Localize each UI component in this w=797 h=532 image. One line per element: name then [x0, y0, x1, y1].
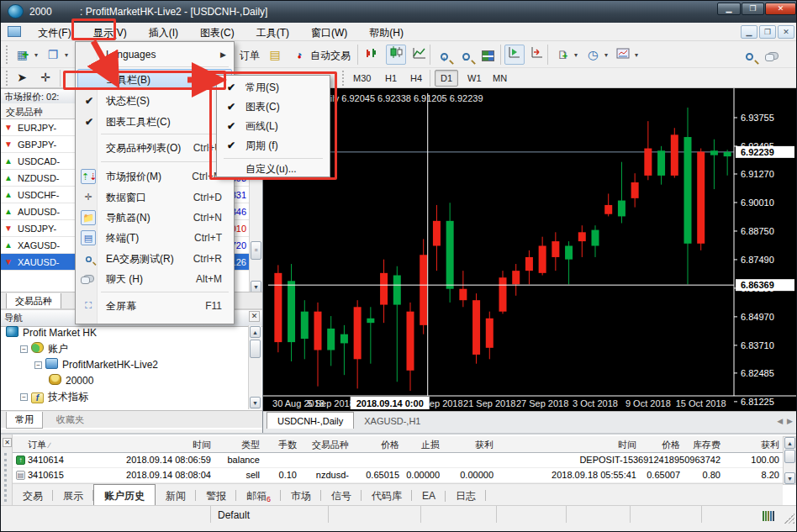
scrollbar-up-icon[interactable]: ▲: [250, 326, 261, 338]
search-icon[interactable]: [739, 45, 759, 65]
menubar-item-3[interactable]: 插入(I): [138, 23, 189, 41]
chart-tab-xagusd[interactable]: XAGUSD-,H1: [354, 413, 430, 429]
nav-tree-item[interactable]: −f技术指标: [3, 389, 248, 405]
autotrading-label[interactable]: 自动交易: [310, 49, 351, 63]
chart-area[interactable]: 6.937556.924956.912706.900106.887506.874…: [263, 88, 797, 411]
auto-scroll-icon[interactable]: [527, 45, 547, 65]
menubar-item-4[interactable]: 图表(C): [189, 23, 245, 41]
tab-symbols[interactable]: 交易品种: [6, 293, 61, 310]
resize-grip[interactable]: [784, 514, 794, 524]
tree-collapse-icon[interactable]: −: [20, 393, 28, 401]
navigator-scrollbar[interactable]: ▲ ▼: [248, 325, 261, 409]
tile-windows-icon[interactable]: [478, 45, 498, 65]
nav-tree-item[interactable]: −ProfitMarketHK-Live2: [3, 357, 248, 373]
restore-button[interactable]: ❐: [742, 3, 764, 15]
tree-collapse-icon[interactable]: −: [34, 361, 42, 369]
terminal-column-header[interactable]: 价格: [636, 439, 680, 451]
view-menu-item[interactable]: ▤终端(T)Ctrl+T: [77, 228, 232, 248]
terminal-column-header[interactable]: 获利: [440, 439, 494, 451]
minimize-button[interactable]: ▁: [717, 3, 741, 15]
close-button[interactable]: ✕: [765, 3, 796, 15]
status-profile[interactable]: Default: [211, 506, 329, 523]
toolbar-grip[interactable]: [6, 71, 9, 86]
terminal-tab-警报[interactable]: 警报: [196, 484, 236, 508]
period-button-h1[interactable]: H1: [379, 70, 403, 87]
period-button-m30[interactable]: M30: [347, 70, 377, 87]
mdi-close-button[interactable]: ✕: [778, 25, 794, 39]
terminal-table-header[interactable]: 订单 ∕时间类型手数交易品种价格止损获利时间价格库存费获利: [13, 436, 783, 453]
terminal-grip[interactable]: [4, 453, 7, 502]
view-menu-item[interactable]: 📁导航器(N)Ctrl+N: [77, 208, 232, 228]
scrollbar-thumb[interactable]: ≡: [251, 241, 261, 260]
zoom-out-icon[interactable]: [456, 45, 476, 65]
view-menu-item[interactable]: ✛数据窗口Ctrl+D: [77, 187, 232, 208]
view-menu-item[interactable]: Languages▶: [77, 45, 232, 65]
nav-tree-item[interactable]: −账户: [3, 341, 248, 357]
terminal-column-header[interactable]: 价格: [349, 439, 399, 451]
chart-tab-usdcnh[interactable]: USDCNH-,Daily: [267, 412, 354, 429]
terminal-tab-市场[interactable]: 市场: [281, 484, 321, 508]
terminal-tab-邮箱[interactable]: 邮箱6: [236, 484, 281, 508]
periods-clock-icon[interactable]: ◷: [583, 45, 603, 65]
nav-tree-item[interactable]: 20000: [3, 373, 248, 389]
terminal-column-header[interactable]: 手数: [260, 439, 297, 451]
scrollbar-thumb[interactable]: [784, 450, 795, 463]
terminal-row[interactable]: ↑34106142018.09.14 08:06:59balanceDEPOSI…: [13, 453, 783, 468]
new-chart-icon[interactable]: ▦+: [13, 45, 33, 65]
terminal-tab-信号[interactable]: 信号: [321, 484, 362, 508]
notepad-icon[interactable]: ▤: [265, 45, 285, 65]
chart-tab-scroll-icons[interactable]: ◀ ▶: [777, 417, 793, 425]
candlestick-chart-icon[interactable]: [386, 45, 406, 65]
terminal-tab-账户历史[interactable]: 账户历史: [93, 484, 156, 508]
nav-tree-item[interactable]: Profit Market HK: [3, 325, 248, 341]
mdi-restore-button[interactable]: ❐: [759, 25, 776, 39]
toolbar-grip[interactable]: [342, 71, 346, 86]
chart-shift-icon[interactable]: [504, 45, 525, 65]
terminal-tab-日志[interactable]: 日志: [446, 484, 486, 508]
chat-icon[interactable]: [763, 45, 783, 65]
navigator-close-icon[interactable]: ✕: [249, 311, 260, 322]
bar-chart-icon[interactable]: [362, 45, 383, 65]
terminal-column-header[interactable]: 时间: [495, 439, 636, 451]
periods-dropdown-icon[interactable]: ▾: [604, 51, 608, 59]
terminal-tab-代码库[interactable]: 代码库: [362, 484, 412, 508]
period-button-d1[interactable]: D1: [435, 70, 458, 87]
crosshair-icon[interactable]: ✛: [36, 69, 55, 87]
terminal-column-header[interactable]: 时间: [105, 439, 211, 451]
line-chart-icon[interactable]: [409, 45, 430, 65]
menubar-item-7[interactable]: 帮助(H): [358, 23, 414, 41]
scrollbar-up-icon[interactable]: ▲: [784, 437, 795, 449]
mdi-minimize-button[interactable]: ▁: [741, 25, 757, 39]
autotrading-icon[interactable]: ◔●: [288, 45, 309, 65]
terminal-column-header[interactable]: 订单 ∕: [28, 439, 105, 451]
zoom-in-icon[interactable]: [434, 45, 454, 65]
scrollbar-down-icon[interactable]: ▼: [784, 472, 795, 484]
templates-icon[interactable]: [613, 45, 633, 65]
indicators-icon[interactable]: 🗋+: [552, 45, 573, 65]
tree-collapse-icon[interactable]: −: [20, 345, 28, 353]
profiles-icon[interactable]: ❐: [43, 45, 63, 65]
terminal-tab-交易[interactable]: 交易: [13, 484, 53, 508]
indicators-dropdown-icon[interactable]: ▾: [574, 51, 578, 59]
view-menu-item[interactable]: 聊天 (H)Alt+M: [77, 269, 232, 289]
scrollbar-down-icon[interactable]: ▼: [250, 397, 261, 408]
navigator-tab-favorites[interactable]: 收藏夹: [48, 412, 92, 428]
terminal-column-header[interactable]: 获利: [720, 439, 779, 451]
view-menu-item[interactable]: ⛶全屏幕F11: [77, 296, 232, 316]
terminal-tab-新闻[interactable]: 新闻: [156, 484, 196, 508]
terminal-close-icon[interactable]: ✕: [3, 438, 12, 447]
cursor-icon[interactable]: ➤: [13, 69, 31, 87]
new-order-label[interactable]: 订单: [240, 49, 260, 63]
period-button-w1[interactable]: W1: [462, 70, 488, 87]
terminal-row[interactable]: ▤34106152018.09.14 08:08:04sell0.10nzdus…: [13, 468, 783, 483]
new-chart-dropdown-icon[interactable]: ▾: [34, 51, 38, 59]
view-menu-item[interactable]: EA交易测试(R)Ctrl+R: [77, 249, 232, 269]
scrollbar-thumb[interactable]: [250, 340, 261, 358]
profiles-dropdown-icon[interactable]: ▾: [65, 51, 68, 59]
terminal-column-header[interactable]: 止损: [399, 439, 440, 451]
terminal-tab-展示[interactable]: 展示: [53, 484, 93, 508]
chart-window-icon[interactable]: [8, 26, 21, 37]
terminal-column-header[interactable]: 库存费: [680, 439, 720, 451]
period-button-h4[interactable]: H4: [404, 70, 428, 87]
navigator-tab-common[interactable]: 常用: [6, 412, 43, 429]
